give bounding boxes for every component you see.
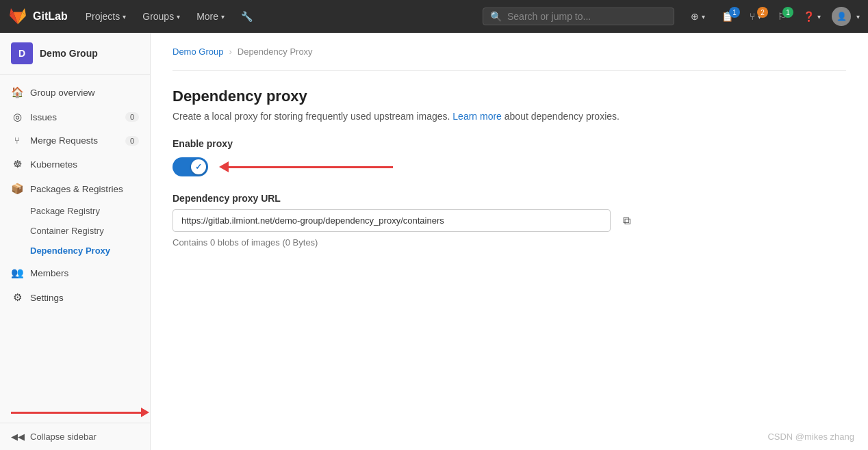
search-bar[interactable]: 🔍 — [483, 8, 674, 25]
nav-groups[interactable]: Groups ▾ — [136, 7, 187, 26]
nav-links: Projects ▾ Groups ▾ More ▾ 🔧 — [79, 7, 259, 26]
sidebar-item-members[interactable]: 👥 Members — [0, 261, 150, 285]
plus-chevron-icon: ▾ — [702, 13, 705, 21]
issues-nav-icon: ◎ — [11, 111, 23, 123]
avatar-icon: 👤 — [837, 12, 847, 21]
learn-more-link[interactable]: Learn more — [452, 111, 502, 122]
wrench-icon: 🔧 — [241, 11, 253, 22]
enable-proxy-label: Enable proxy — [173, 138, 846, 149]
avatar-chevron-icon[interactable]: ▾ — [856, 13, 860, 21]
enable-proxy-toggle[interactable] — [173, 157, 208, 176]
packages-icon: 📦 — [11, 183, 23, 195]
group-avatar: D — [11, 42, 33, 64]
main-content: Demo Group › Dependency Proxy Dependency… — [151, 33, 868, 450]
sidebar: D Demo Group 🏠 Group overview ◎ Issues 0… — [0, 33, 151, 450]
search-icon: 🔍 — [490, 11, 502, 22]
gitlab-logo[interactable]: GitLab — [8, 7, 68, 26]
kubernetes-icon: ☸ — [11, 158, 23, 170]
members-icon: 👥 — [11, 267, 23, 279]
help-icon: ❓ — [803, 11, 815, 22]
groups-chevron-icon: ▾ — [177, 13, 180, 21]
projects-chevron-icon: ▾ — [123, 13, 126, 21]
toggle-knob — [191, 159, 206, 174]
page-subtitle: Create a local proxy for storing frequen… — [173, 111, 846, 122]
sidebar-item-label: Packages & Registries — [30, 184, 123, 194]
toggle-arrow-annotation — [219, 161, 393, 172]
sidebar-item-packages-registries[interactable]: 📦 Packages & Registries — [0, 176, 150, 201]
brand-name: GitLab — [33, 10, 68, 23]
watermark: CSDN @mikes zhang — [767, 432, 854, 442]
todo-badge: 1 — [729, 7, 740, 18]
breadcrumb-separator: › — [229, 47, 231, 57]
proxy-url-section: Dependency proxy URL ⧉ Contains 0 blobs … — [173, 193, 846, 248]
sidebar-item-group-overview[interactable]: 🏠 Group overview — [0, 80, 150, 105]
merge-requests-button[interactable]: ⑂ 2 ▾ — [744, 8, 767, 25]
mr-nav-icon: ⑂ — [11, 135, 23, 146]
sidebar-item-label: Merge Requests — [30, 135, 98, 146]
mr-count: 0 — [125, 136, 139, 146]
mr-badge: 2 — [757, 7, 768, 18]
sidebar-item-settings[interactable]: ⚙ Settings — [0, 285, 150, 310]
plus-icon: ⊕ — [691, 11, 699, 22]
sidebar-item-label: Issues — [30, 112, 57, 122]
sidebar-item-package-registry[interactable]: Package Registry — [30, 201, 150, 221]
breadcrumb-parent[interactable]: Demo Group — [173, 47, 223, 57]
proxy-url-input[interactable] — [173, 209, 611, 232]
search-input[interactable] — [507, 11, 667, 22]
proxy-url-label: Dependency proxy URL — [173, 193, 846, 204]
page-layout: D Demo Group 🏠 Group overview ◎ Issues 0… — [0, 33, 868, 450]
todo-button[interactable]: 📋 1 — [716, 8, 739, 25]
plus-button[interactable]: ⊕ ▾ — [685, 8, 711, 25]
group-name: Demo Group — [40, 48, 98, 59]
sidebar-item-issues[interactable]: ◎ Issues 0 — [0, 105, 150, 129]
settings-icon: ⚙ — [11, 291, 23, 304]
issues-count: 0 — [125, 112, 139, 122]
sidebar-header: D Demo Group — [0, 33, 150, 75]
help-button[interactable]: ❓ ▾ — [797, 8, 826, 25]
nav-wrench[interactable]: 🔧 — [234, 7, 259, 26]
sidebar-item-kubernetes[interactable]: ☸ Kubernetes — [0, 152, 150, 176]
breadcrumb-current: Dependency Proxy — [238, 47, 313, 57]
collapse-sidebar-button[interactable]: ◀◀ Collapse sidebar — [0, 423, 150, 450]
collapse-label: Collapse sidebar — [30, 432, 97, 442]
sidebar-nav: 🏠 Group overview ◎ Issues 0 ⑂ Merge Requ… — [0, 75, 150, 440]
sidebar-item-label: Settings — [30, 293, 64, 303]
merge-icon: ⑂ — [750, 11, 755, 22]
more-chevron-icon: ▾ — [221, 13, 225, 21]
nav-action-icons: ⊕ ▾ 📋 1 ⑂ 2 ▾ ⚐ 1 ❓ ▾ 👤 ▾ — [685, 7, 860, 26]
breadcrumb: Demo Group › Dependency Proxy — [173, 47, 846, 57]
nav-projects[interactable]: Projects ▾ — [79, 7, 133, 26]
issues-button[interactable]: ⚐ 1 — [772, 8, 792, 25]
sidebar-item-dependency-proxy[interactable]: Dependency Proxy — [30, 241, 150, 261]
sidebar-item-label: Members — [30, 268, 68, 278]
user-avatar[interactable]: 👤 — [832, 7, 851, 26]
sidebar-item-merge-requests[interactable]: ⑂ Merge Requests 0 — [0, 129, 150, 152]
enable-proxy-row — [173, 157, 846, 176]
proxy-url-meta: Contains 0 blobs of images (0 Bytes) — [173, 237, 846, 248]
proxy-url-input-row: ⧉ — [173, 209, 846, 232]
packages-sub-nav: Package Registry Container Registry Depe… — [0, 201, 150, 261]
nav-more[interactable]: More ▾ — [190, 7, 231, 26]
collapse-icon: ◀◀ — [11, 432, 25, 442]
home-icon: 🏠 — [11, 86, 23, 98]
help-chevron-icon: ▾ — [817, 13, 821, 21]
issues-badge: 1 — [782, 7, 793, 18]
sidebar-item-label: Group overview — [30, 88, 95, 98]
sidebar-item-container-registry[interactable]: Container Registry — [30, 221, 150, 241]
copy-url-button[interactable]: ⧉ — [616, 211, 637, 231]
header-divider — [173, 70, 846, 71]
top-navigation: GitLab Projects ▾ Groups ▾ More ▾ 🔧 🔍 ⊕ … — [0, 0, 868, 33]
page-title: Dependency proxy — [173, 88, 846, 105]
sidebar-item-label: Kubernetes — [30, 159, 77, 170]
